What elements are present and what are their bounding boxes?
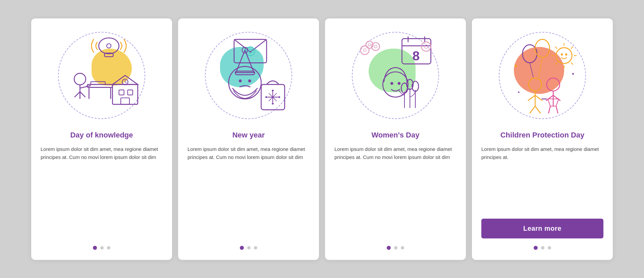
svg-line-62 [530, 63, 533, 77]
svg-line-80 [528, 95, 535, 101]
svg-point-3 [74, 73, 86, 85]
dot-1-2 [100, 246, 104, 249]
svg-point-84 [547, 78, 560, 91]
illustration-svg-2 [202, 29, 296, 122]
svg-point-28 [248, 79, 251, 82]
dot-3-1 [387, 246, 391, 250]
illustration-new-year [202, 29, 296, 122]
illustration-womens-day: 8 [348, 29, 442, 122]
svg-point-73 [561, 53, 563, 55]
card-1-body: Lorem ipsum dolor sit dim amet, mea regi… [41, 145, 163, 238]
card-4-dots [534, 246, 551, 250]
svg-rect-14 [119, 90, 124, 95]
card-new-year: New year Lorem ipsum dolor sit dim amet,… [178, 18, 319, 260]
card-1-title: Day of knowledge [70, 130, 133, 140]
svg-point-37 [278, 96, 280, 98]
card-womens-day: 8 [325, 18, 466, 260]
card-2-title: New year [232, 130, 265, 140]
svg-text:✦: ✦ [514, 63, 518, 69]
card-day-of-knowledge: Day of knowledge Lorem ipsum dolor sit d… [31, 18, 172, 260]
dot-3-3 [401, 246, 404, 249]
illustration-svg-1 [55, 29, 149, 122]
svg-point-47 [368, 43, 371, 46]
illustration-day-of-knowledge [55, 29, 149, 122]
svg-point-27 [239, 79, 242, 82]
svg-rect-16 [121, 98, 129, 104]
svg-point-36 [265, 96, 267, 98]
svg-rect-15 [128, 90, 133, 95]
svg-point-0 [99, 38, 119, 54]
svg-point-48 [374, 45, 377, 48]
card-children-protection: ✦ ✦ ✦ [472, 18, 613, 260]
svg-line-69 [555, 46, 557, 48]
svg-rect-12 [112, 84, 138, 104]
card-2-body: Lorem ipsum dolor sit dim amet, mea regi… [187, 145, 310, 238]
svg-line-81 [535, 95, 542, 101]
svg-point-2 [107, 44, 111, 48]
card-3-title: Women's Day [372, 130, 420, 140]
svg-text:✦: ✦ [571, 71, 575, 76]
card-3-body: Lorem ipsum dolor sit dim amet, mea regi… [334, 145, 457, 238]
svg-line-5 [74, 92, 80, 97]
svg-point-46 [363, 49, 366, 52]
dot-4-1 [534, 246, 538, 250]
dot-1-3 [107, 246, 110, 249]
dot-4-3 [548, 246, 551, 249]
card-4-body: Lorem ipsum dolor sit dim amet, mea regi… [481, 145, 603, 212]
svg-line-19 [125, 82, 126, 83]
svg-point-53 [397, 82, 400, 85]
svg-line-90 [556, 106, 558, 113]
illustration-children-protection: ✦ ✦ ✦ [495, 29, 589, 122]
card-1-dots [93, 246, 110, 250]
dot-4-2 [541, 246, 544, 249]
cards-container: Day of knowledge Lorem ipsum dolor sit d… [11, 5, 633, 273]
svg-point-74 [565, 53, 567, 55]
svg-text:8: 8 [413, 48, 420, 63]
svg-point-52 [390, 82, 393, 85]
svg-line-70 [571, 62, 573, 64]
svg-point-78 [529, 78, 542, 91]
svg-point-64 [556, 48, 572, 63]
svg-text:✦: ✦ [517, 90, 520, 94]
card-2-dots [240, 246, 257, 250]
svg-point-50 [424, 45, 428, 48]
svg-line-6 [80, 92, 85, 97]
dot-3-2 [394, 246, 397, 249]
svg-line-82 [530, 106, 535, 113]
svg-point-34 [272, 90, 273, 91]
illustration-svg-3: 8 [348, 29, 442, 122]
svg-line-88 [553, 95, 560, 101]
card-3-dots [387, 246, 404, 250]
svg-rect-8 [87, 84, 112, 87]
svg-point-61 [535, 39, 549, 57]
learn-more-button[interactable]: Learn more [481, 219, 603, 238]
dot-2-2 [247, 246, 251, 249]
svg-line-89 [548, 106, 550, 113]
svg-line-63 [539, 57, 542, 77]
svg-point-35 [272, 103, 273, 104]
card-4-title: Children Protection Day [500, 130, 585, 140]
svg-point-43 [361, 46, 369, 54]
svg-point-49 [422, 42, 431, 51]
svg-line-72 [555, 62, 557, 64]
dot-1-1 [93, 246, 97, 250]
svg-line-87 [546, 95, 553, 101]
svg-line-83 [535, 106, 540, 113]
dot-2-1 [240, 246, 244, 250]
svg-marker-24 [236, 50, 254, 72]
svg-line-71 [571, 46, 573, 48]
dot-2-3 [254, 246, 257, 249]
illustration-svg-4: ✦ ✦ ✦ [495, 29, 589, 122]
